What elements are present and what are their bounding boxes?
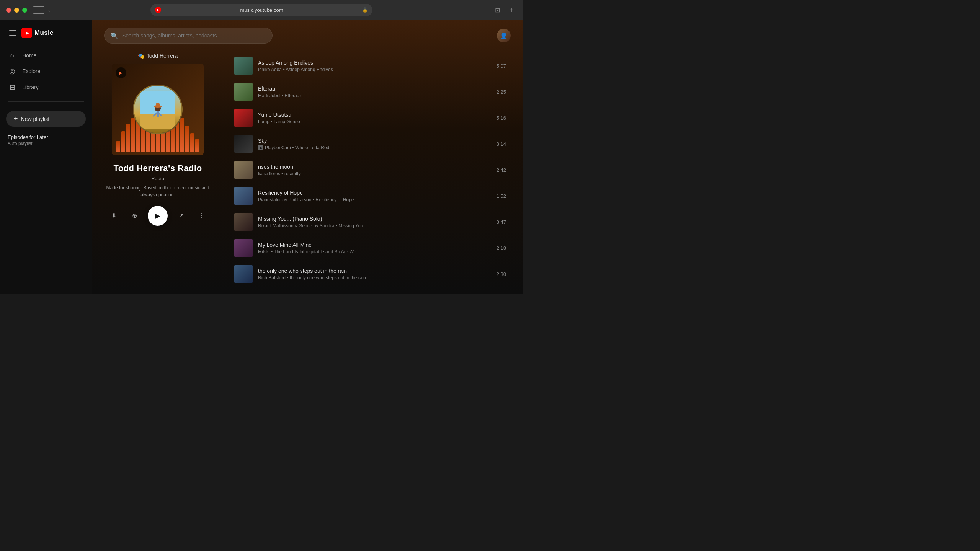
svg-rect-4 [156, 103, 160, 107]
sidebar-toggle-button[interactable] [33, 6, 44, 14]
track-duration: 2:25 [497, 89, 506, 95]
artist-name: Todd Herrera [147, 53, 178, 59]
home-icon: ⌂ [8, 51, 16, 59]
track-item[interactable]: Yume Utsutsu Lamp • Lamp Genso 5:16 [230, 105, 511, 131]
track-item[interactable]: Sky EPlayboi Carti • Whole Lotta Red 3:1… [230, 131, 511, 157]
track-item[interactable]: Asleep Among Endives Ichiko Aoba • Aslee… [230, 53, 511, 79]
add-to-library-button[interactable]: ⊕ [127, 209, 142, 223]
track-thumbnail [234, 109, 253, 127]
search-bar[interactable]: 🔍 [104, 28, 273, 44]
track-duration: 1:52 [497, 193, 506, 199]
track-info: Efteraar Mark Jubel • Efteraar [258, 86, 491, 98]
track-item[interactable]: Efteraar Mark Jubel • Efteraar 2:25 [230, 79, 511, 105]
new-tab-button[interactable]: + [506, 5, 517, 15]
sidebar-divider [8, 101, 84, 102]
track-name: Sky [258, 138, 491, 144]
track-thumbnail [234, 187, 253, 205]
chevron-down-icon: ⌄ [47, 7, 51, 13]
track-artist: Rich Batsford • the only one who steps o… [258, 275, 491, 280]
waveform-bar [195, 139, 199, 152]
more-options-button[interactable]: ⋮ [194, 209, 209, 223]
sidebar-item-library[interactable]: ⊟ Library [3, 79, 89, 95]
maximize-button[interactable] [22, 8, 27, 13]
track-item[interactable]: rises the moon liana flores • recently 2… [230, 157, 511, 183]
track-item[interactable]: Resiliency of Hope Pianostalgic & Phil L… [230, 183, 511, 209]
track-duration: 2:30 [497, 271, 506, 277]
track-thumbnail [234, 57, 253, 75]
track-item[interactable]: the only one who steps out in the rain R… [230, 261, 511, 287]
avatar-image: 👤 [497, 29, 511, 42]
track-item[interactable]: My Love Mine All Mine Mitski • The Land … [230, 235, 511, 261]
close-button[interactable] [6, 8, 11, 13]
track-artist: Lamp • Lamp Genso [258, 119, 491, 124]
track-duration: 2:42 [497, 167, 506, 173]
artist-emoji: 🎭 [138, 53, 144, 59]
title-bar: ⌄ music.youtube.com 🔒 ⊡ + [0, 0, 523, 20]
track-duration: 3:47 [497, 219, 506, 225]
main-content: 🔍 👤 🎭 Todd Herrera [92, 20, 523, 294]
sidebar-item-explore-label: Explore [22, 68, 40, 74]
album-artwork [134, 86, 181, 133]
track-name: rises the moon [258, 164, 491, 170]
new-playlist-button[interactable]: + New playlist [6, 111, 86, 127]
track-list: Asleep Among Endives Ichiko Aoba • Aslee… [230, 53, 511, 287]
url-text: music.youtube.com [164, 7, 359, 13]
cast-icon[interactable]: ⊡ [495, 7, 500, 14]
playback-controls: ⬇ ⊕ ▶ ↗ ⋮ [106, 206, 209, 226]
address-bar[interactable]: music.youtube.com 🔒 [150, 4, 372, 16]
explore-icon: ◎ [8, 67, 16, 75]
share-icon: ↗ [179, 212, 184, 219]
waveform-bar [190, 133, 194, 152]
track-thumbnail [234, 83, 253, 101]
track-artist: Mitski • The Land Is Inhospitable and So… [258, 249, 491, 254]
library-icon: ⊟ [8, 83, 16, 91]
track-info: Asleep Among Endives Ichiko Aoba • Aslee… [258, 60, 491, 72]
waveform-bar [126, 124, 130, 152]
track-duration: 2:18 [497, 245, 506, 251]
track-name: Yume Utsutsu [258, 112, 491, 118]
sidebar-item-home[interactable]: ⌂ Home [3, 47, 89, 63]
episodes-for-later-title: Episodes for Later [8, 134, 84, 140]
play-icon: ▶ [155, 212, 160, 220]
share-button[interactable]: ↗ [174, 209, 188, 223]
track-info: Resiliency of Hope Pianostalgic & Phil L… [258, 190, 491, 202]
track-artist: Ichiko Aoba • Asleep Among Endives [258, 67, 491, 72]
logo[interactable]: Music [21, 28, 54, 38]
explicit-badge: E [258, 145, 263, 150]
sidebar-item-explore[interactable]: ◎ Explore [3, 63, 89, 79]
user-avatar[interactable]: 👤 [497, 29, 511, 42]
hamburger-menu-button[interactable] [8, 28, 18, 37]
sidebar-item-home-label: Home [22, 52, 36, 59]
track-name: Resiliency of Hope [258, 190, 491, 196]
track-duration: 5:07 [497, 63, 506, 69]
waveform-bar [180, 118, 184, 152]
track-info: Sky EPlayboi Carti • Whole Lotta Red [258, 138, 491, 150]
track-item[interactable]: Missing You... (Piano Solo) Rikard Mathi… [230, 209, 511, 235]
artist-label: 🎭 Todd Herrera [138, 53, 178, 59]
download-button[interactable]: ⬇ [106, 209, 121, 223]
search-input[interactable] [122, 33, 266, 39]
now-playing-indicator: ▶ [116, 67, 126, 78]
track-info: the only one who steps out in the rain R… [258, 268, 491, 280]
track-name: My Love Mine All Mine [258, 242, 491, 248]
content-body: 🎭 Todd Herrera [92, 47, 523, 294]
sidebar-header: Music [0, 20, 92, 47]
more-icon: ⋮ [199, 212, 205, 219]
track-name: Asleep Among Endives [258, 60, 491, 66]
new-playlist-label: New playlist [21, 116, 50, 122]
play-button[interactable]: ▶ [148, 206, 168, 226]
track-name: Efteraar [258, 86, 491, 92]
sidebar-playlist-section: Episodes for Later Auto playlist [0, 130, 92, 149]
minimize-button[interactable] [14, 8, 19, 13]
waveform-bar [185, 126, 189, 152]
traffic-lights [6, 8, 27, 13]
app-container: Music ⌂ Home ◎ Explore ⊟ Library + New p… [0, 20, 523, 294]
track-name: the only one who steps out in the rain [258, 268, 491, 274]
album-panel: 🎭 Todd Herrera [104, 53, 211, 287]
top-bar: 🔍 👤 [92, 20, 523, 47]
track-thumbnail [234, 213, 253, 231]
track-thumbnail [234, 135, 253, 153]
sidebar-item-episodes-for-later[interactable]: Episodes for Later Auto playlist [8, 134, 84, 146]
album-cover: ▶ [112, 64, 204, 155]
search-icon: 🔍 [111, 32, 118, 39]
